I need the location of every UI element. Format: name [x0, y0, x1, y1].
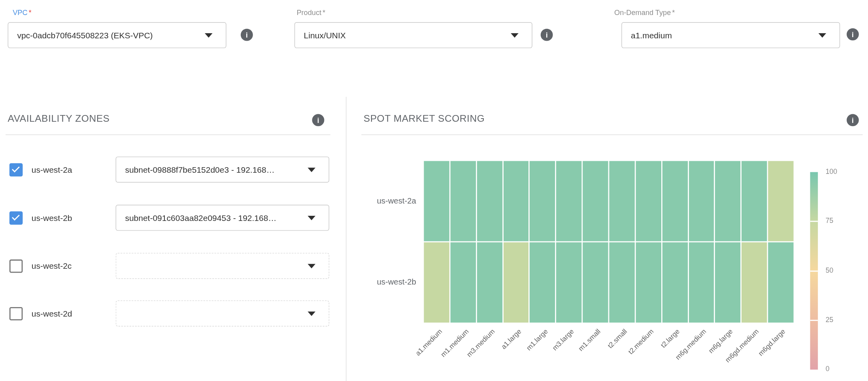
az-row-us-west-2d: us-west-2d	[9, 300, 330, 326]
heatmap-cell	[503, 161, 528, 241]
chevron-down-icon	[511, 33, 519, 37]
vpc-select-value: vpc-0adcb70f645508223 (EKS-VPC)	[17, 30, 153, 40]
checkmark-icon	[12, 213, 20, 221]
info-icon-glyph: i	[246, 31, 248, 39]
heatmap-cell	[689, 161, 714, 241]
chevron-down-icon	[205, 33, 213, 37]
heatmap-cell	[742, 161, 767, 241]
vpc-field-label: VPC*	[13, 8, 31, 17]
zone-label: us-west-2a	[32, 165, 72, 174]
chevron-down-icon	[308, 311, 315, 316]
heatmap-cell	[609, 242, 634, 323]
zone-label: us-west-2c	[32, 261, 72, 271]
vpc-select[interactable]: vpc-0adcb70f645508223 (EKS-VPC)	[8, 22, 226, 48]
instance-configuration-page: VPC* vpc-0adcb70f645508223 (EKS-VPC) i P…	[0, 0, 868, 381]
heatmap-column-label: a1.medium	[376, 328, 443, 381]
zone-checkbox-us-west-2b[interactable]	[9, 211, 23, 224]
on-demand-type-select[interactable]: a1.medium	[621, 22, 840, 48]
subnet-select-us-west-2d[interactable]	[116, 300, 329, 326]
heatmap-row-label: us-west-2a	[343, 196, 416, 205]
az-row-us-west-2b: us-west-2b subnet-091c603aa82e09453 - 19…	[9, 205, 330, 231]
info-icon-glyph: i	[852, 116, 854, 124]
subnet-select-us-west-2a[interactable]: subnet-09888f7be5152d0e3 - 192.168…	[116, 157, 329, 183]
colorbar-tick-label: 25	[826, 316, 833, 324]
heatmap-cell	[662, 161, 687, 241]
colorbar-tick-label: 100	[826, 168, 837, 175]
on-demand-type-info-icon[interactable]: i	[847, 28, 859, 40]
heatmap-cell	[503, 242, 528, 323]
product-required-mark: *	[323, 8, 325, 17]
product-select[interactable]: Linux/UNIX	[294, 22, 532, 48]
info-icon-glyph: i	[546, 31, 548, 39]
heatmap-cell	[477, 161, 502, 241]
product-label-text: Product	[296, 8, 321, 17]
chevron-down-icon	[308, 215, 315, 220]
heatmap-colorbar	[810, 172, 818, 370]
heatmap-cell	[530, 161, 555, 241]
checkmark-icon	[12, 164, 20, 172]
heatmap-cell	[715, 242, 740, 323]
heatmap-cell	[609, 161, 634, 241]
colorbar-tick-label: 75	[826, 217, 833, 225]
colorbar-tick-label: 0	[826, 365, 830, 373]
subnet-select-value: subnet-091c603aa82e09453 - 192.168…	[125, 213, 276, 223]
subnet-select-us-west-2c[interactable]	[116, 253, 329, 279]
heatmap-grid	[424, 161, 793, 323]
colorbar-separator	[810, 320, 818, 321]
on-demand-type-select-value: a1.medium	[631, 30, 672, 40]
heatmap-cell	[556, 242, 581, 323]
subnet-select-us-west-2b[interactable]: subnet-091c603aa82e09453 - 192.168…	[116, 205, 329, 231]
availability-zones-title: AVAILABILITY ZONES	[8, 113, 110, 124]
zone-checkbox-us-west-2d[interactable]	[9, 307, 23, 320]
heatmap-cell	[477, 242, 502, 323]
heatmap-cell	[530, 242, 555, 323]
heatmap-cell	[424, 242, 449, 323]
zone-label: us-west-2d	[32, 309, 72, 318]
az-row-us-west-2c: us-west-2c	[9, 253, 330, 279]
heatmap-cell	[742, 242, 767, 323]
colorbar-separator	[810, 270, 818, 272]
heatmap-cell	[768, 161, 793, 241]
spot-market-scoring-info-icon[interactable]: i	[847, 114, 859, 126]
product-field-label: Product*	[296, 8, 325, 17]
heatmap-cell	[636, 242, 661, 323]
on-demand-type-field-label: On-Demand Type*	[614, 8, 675, 17]
subnet-select-value: subnet-09888f7be5152d0e3 - 192.168…	[125, 165, 274, 174]
zone-label: us-west-2b	[32, 213, 72, 223]
spot-market-scoring-title: SPOT MARKET SCORING	[364, 113, 485, 124]
colorbar-separator	[810, 221, 818, 222]
availability-zones-divider	[6, 134, 330, 135]
heatmap-cell	[556, 161, 581, 241]
product-select-value: Linux/UNIX	[304, 30, 346, 40]
heatmap-cell	[424, 161, 449, 241]
heatmap-cell	[636, 161, 661, 241]
heatmap-cell	[583, 242, 608, 323]
heatmap-cell	[715, 161, 740, 241]
spot-market-scoring-divider	[361, 134, 862, 135]
heatmap-cell	[450, 242, 476, 323]
chevron-down-icon	[308, 168, 315, 172]
info-icon-glyph: i	[852, 30, 854, 38]
chevron-down-icon	[819, 33, 826, 37]
info-icon-glyph: i	[317, 116, 319, 124]
heatmap-cell	[450, 161, 476, 241]
heatmap-row-label: us-west-2b	[343, 277, 416, 286]
on-demand-type-required-mark: *	[672, 8, 675, 17]
colorbar-tick-label: 50	[826, 266, 833, 274]
section-vertical-divider	[346, 97, 346, 381]
zone-checkbox-us-west-2a[interactable]	[9, 163, 23, 176]
heatmap-cell	[583, 161, 608, 241]
vpc-info-icon[interactable]: i	[241, 29, 253, 41]
vpc-required-mark: *	[28, 8, 31, 17]
product-info-icon[interactable]: i	[541, 29, 553, 41]
heatmap-cell	[768, 242, 793, 323]
on-demand-type-label-text: On-Demand Type	[614, 8, 671, 17]
vpc-label-text: VPC	[13, 8, 27, 17]
az-row-us-west-2a: us-west-2a subnet-09888f7be5152d0e3 - 19…	[9, 157, 330, 183]
chevron-down-icon	[308, 264, 315, 268]
zone-checkbox-us-west-2c[interactable]	[9, 259, 23, 273]
heatmap-cell	[662, 242, 687, 323]
availability-zones-info-icon[interactable]: i	[312, 114, 325, 126]
heatmap-cell	[689, 242, 714, 323]
